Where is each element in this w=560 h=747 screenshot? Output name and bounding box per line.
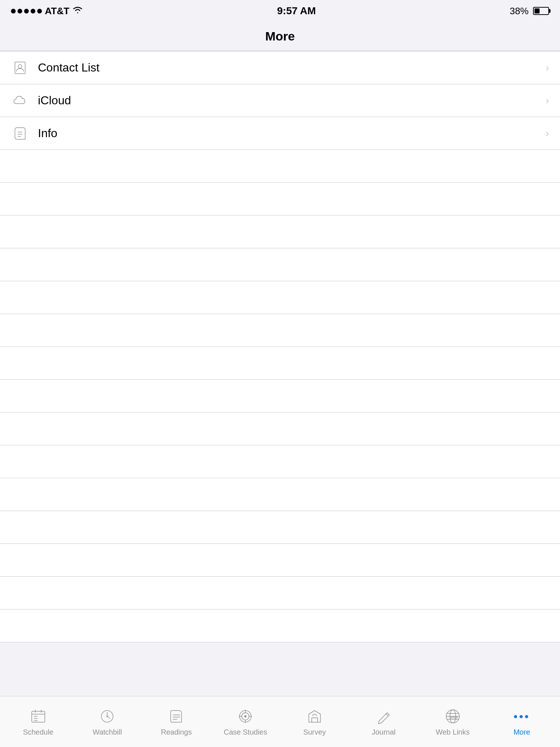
empty-row-4: [0, 248, 560, 281]
icloud-chevron: ›: [546, 95, 549, 107]
tab-watchbill[interactable]: Watchbill: [73, 696, 142, 747]
watchbill-icon: [98, 707, 117, 726]
svg-point-1: [18, 65, 22, 68]
tab-more[interactable]: ••• More: [487, 696, 557, 747]
contact-list-label: Contact List: [38, 61, 546, 74]
tab-case-studies[interactable]: Case Studies: [211, 696, 280, 747]
readings-icon: [167, 707, 186, 726]
status-left: AT&T: [11, 5, 83, 17]
signal-dot-5: [37, 9, 42, 13]
svg-text:www: www: [450, 715, 458, 719]
web-links-tab-label: Web Links: [436, 728, 470, 736]
battery-percent: 38%: [510, 5, 529, 17]
signal-dot-4: [31, 9, 35, 13]
empty-row-1: [0, 150, 560, 183]
nav-bar: More: [0, 22, 560, 51]
svg-point-15: [106, 716, 108, 717]
info-item[interactable]: Info ›: [0, 117, 560, 150]
icloud-item[interactable]: iCloud ›: [0, 84, 560, 117]
signal-dot-1: [11, 9, 16, 13]
svg-line-26: [386, 713, 388, 716]
info-chevron: ›: [546, 128, 549, 139]
tab-schedule[interactable]: Schedule: [4, 696, 73, 747]
main-content: Contact List › iCloud › Info ›: [0, 51, 560, 642]
page-title: More: [265, 29, 295, 43]
empty-row-3: [0, 216, 560, 248]
contact-list-item[interactable]: Contact List ›: [0, 51, 560, 84]
readings-tab-label: Readings: [161, 728, 192, 736]
survey-tab-label: Survey: [303, 728, 326, 736]
status-right: 38%: [510, 5, 549, 17]
empty-row-8: [0, 380, 560, 413]
survey-icon: [305, 707, 324, 726]
empty-row-13: [0, 544, 560, 577]
signal-dot-2: [18, 9, 22, 13]
empty-row-7: [0, 347, 560, 380]
empty-row-15: [0, 609, 560, 642]
battery-icon: [533, 7, 549, 15]
more-icon: •••: [512, 707, 531, 726]
tab-bar: Schedule Watchbill Readings: [0, 696, 560, 747]
icloud-icon: [11, 92, 29, 110]
empty-row-11: [0, 478, 560, 511]
empty-row-12: [0, 511, 560, 544]
tab-survey[interactable]: Survey: [280, 696, 349, 747]
empty-row-6: [0, 314, 560, 347]
svg-rect-0: [15, 62, 25, 74]
tab-journal[interactable]: Journal: [349, 696, 419, 747]
info-icon: [11, 124, 29, 143]
icloud-label: iCloud: [38, 94, 546, 107]
web-links-icon: www: [443, 707, 462, 726]
tab-web-links[interactable]: www Web Links: [418, 696, 487, 747]
empty-row-2: [0, 183, 560, 216]
status-bar: AT&T 9:57 AM 38%: [0, 0, 560, 22]
more-tab-label: More: [513, 728, 530, 736]
empty-row-14: [0, 577, 560, 609]
case-studies-tab-label: Case Studies: [224, 728, 267, 736]
wifi-icon: [72, 5, 83, 17]
svg-point-25: [244, 715, 246, 717]
signal-dot-3: [24, 9, 29, 13]
carrier-label: AT&T: [45, 5, 69, 17]
tab-readings[interactable]: Readings: [142, 696, 211, 747]
signal-dots: [11, 9, 42, 13]
empty-row-10: [0, 445, 560, 478]
watchbill-tab-label: Watchbill: [93, 728, 122, 736]
schedule-tab-label: Schedule: [23, 728, 53, 736]
contact-list-icon: [11, 59, 29, 77]
contact-list-chevron: ›: [546, 62, 549, 74]
journal-tab-label: Journal: [372, 728, 396, 736]
journal-icon: [374, 707, 393, 726]
info-label: Info: [38, 127, 546, 140]
empty-row-5: [0, 281, 560, 314]
case-studies-icon: [236, 707, 255, 726]
empty-row-9: [0, 413, 560, 445]
status-time: 9:57 AM: [277, 5, 316, 17]
svg-rect-5: [32, 711, 45, 722]
schedule-icon: [29, 707, 48, 726]
